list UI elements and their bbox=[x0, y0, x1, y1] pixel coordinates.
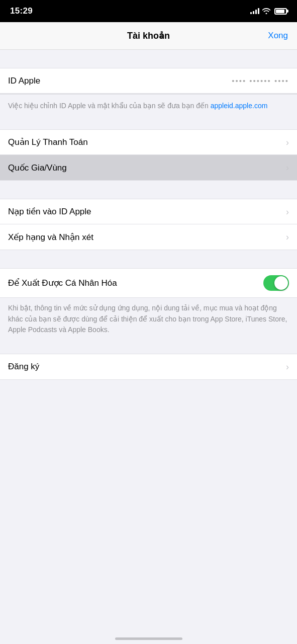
apple-id-label: ID Apple bbox=[8, 76, 40, 86]
wifi-icon bbox=[262, 8, 270, 14]
subscribe-label: Đăng ký bbox=[8, 362, 39, 372]
apple-id-info-text: Việc hiệu chỉnh ID Apple và mật khẩu của… bbox=[8, 102, 267, 110]
region-label: Quốc Gia/Vùng bbox=[8, 163, 67, 173]
personalized-row: Để Xuất Được Cá Nhân Hóa bbox=[0, 269, 297, 297]
spacer-1 bbox=[0, 120, 297, 129]
payment-chevron-wrap: › bbox=[286, 138, 289, 147]
battery-icon bbox=[274, 8, 287, 15]
apple-id-link[interactable]: appleid.apple.com bbox=[211, 102, 268, 110]
status-bar: 15:29 bbox=[0, 0, 297, 22]
region-chevron-wrap: › bbox=[286, 163, 289, 172]
apple-id-value: •••• •••••• •••• bbox=[232, 76, 289, 85]
personalized-desc-block: Khi bật, thông tin về mức sử dụng ứng dụ… bbox=[0, 298, 297, 345]
apple-id-row[interactable]: ID Apple •••• •••••• •••• bbox=[0, 68, 297, 94]
payment-row[interactable]: Quản Lý Thanh Toán › bbox=[0, 130, 297, 155]
apple-id-info-block: Việc hiệu chỉnh ID Apple và mật khẩu của… bbox=[0, 94, 297, 120]
home-indicator bbox=[115, 637, 182, 640]
personalized-label: Để Xuất Được Cá Nhân Hóa bbox=[8, 278, 117, 288]
subscribe-chevron-icon: › bbox=[286, 362, 289, 371]
spacer-2 bbox=[0, 181, 297, 199]
payment-label: Quản Lý Thanh Toán bbox=[8, 137, 88, 147]
toggle-knob bbox=[274, 276, 288, 290]
status-icons bbox=[250, 8, 287, 15]
ratings-label: Xếp hạng và Nhận xét bbox=[8, 232, 93, 243]
nav-bar: Tài khoản Xong bbox=[0, 22, 297, 50]
status-time: 15:29 bbox=[10, 6, 33, 16]
topup-label: Nạp tiền vào ID Apple bbox=[8, 206, 91, 217]
region-chevron-icon: › bbox=[286, 163, 289, 172]
page-title: Tài khoản bbox=[127, 30, 170, 41]
top-spacer bbox=[0, 50, 297, 68]
done-button[interactable]: Xong bbox=[268, 31, 288, 41]
ratings-chevron-icon: › bbox=[286, 232, 289, 242]
ratings-row[interactable]: Xếp hạng và Nhận xét › bbox=[0, 224, 297, 250]
spacer-3 bbox=[0, 250, 297, 268]
spacer-4 bbox=[0, 345, 297, 354]
personalized-section: Để Xuất Được Cá Nhân Hóa bbox=[0, 268, 297, 298]
topup-chevron-icon: › bbox=[286, 207, 289, 216]
signal-icon bbox=[250, 8, 259, 14]
payment-chevron-icon: › bbox=[286, 138, 289, 147]
topup-row[interactable]: Nạp tiền vào ID Apple › bbox=[0, 199, 297, 224]
region-row[interactable]: Quốc Gia/Vùng › bbox=[0, 155, 297, 180]
personalized-desc-text: Khi bật, thông tin về mức sử dụng ứng dụ… bbox=[8, 304, 287, 334]
payment-region-section: Quản Lý Thanh Toán › Quốc Gia/Vùng › bbox=[0, 129, 297, 181]
subscribe-section: Đăng ký › bbox=[0, 354, 297, 380]
topup-ratings-section: Nạp tiền vào ID Apple › Xếp hạng và Nhận… bbox=[0, 199, 297, 250]
personalized-toggle[interactable] bbox=[263, 275, 289, 291]
apple-id-section: ID Apple •••• •••••• •••• bbox=[0, 68, 297, 94]
subscribe-row[interactable]: Đăng ký › bbox=[0, 354, 297, 379]
